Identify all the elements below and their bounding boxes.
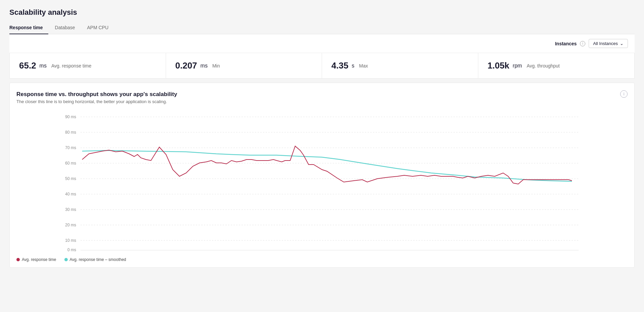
metric-min: 0.207 ms Min — [166, 53, 322, 78]
instances-dropdown-value: All Instances — [593, 41, 618, 46]
metric-label-avg-response: Avg. response time — [51, 63, 92, 69]
chart-legend: Avg. response time Avg. response time – … — [16, 257, 628, 262]
legend-item-smoothed: Avg. response time – smoothed — [64, 257, 126, 262]
metric-value-min: 0.207 — [175, 60, 197, 71]
chart-area: 90 ms 80 ms 70 ms 60 ms 50 ms 40 ms 30 m… — [16, 111, 628, 253]
svg-text:90 ms: 90 ms — [65, 115, 76, 119]
chart-subtitle: The closer this line is to being horizon… — [16, 99, 628, 104]
svg-text:80 ms: 80 ms — [65, 130, 76, 135]
svg-text:10 ms: 10 ms — [65, 238, 76, 243]
page-title: Scalability analysis — [9, 8, 635, 17]
metric-value-max: 4.35 — [331, 60, 348, 71]
chart-info-icon[interactable]: i — [620, 90, 628, 98]
response-time-line — [82, 146, 572, 184]
metric-avg-throughput: 1.05k rpm Avg. throughput — [478, 53, 635, 78]
svg-text:60 ms: 60 ms — [65, 161, 76, 166]
svg-text:70 ms: 70 ms — [65, 145, 76, 150]
chart-svg: 90 ms 80 ms 70 ms 60 ms 50 ms 40 ms 30 m… — [16, 111, 628, 252]
tab-response-time[interactable]: Response time — [9, 22, 48, 34]
legend-label-smoothed: Avg. response time – smoothed — [70, 257, 126, 262]
metric-label-avg-throughput: Avg. throughput — [527, 63, 560, 69]
metric-value-avg-throughput: 1.05k — [488, 60, 509, 71]
legend-item-avg-response: Avg. response time — [16, 257, 56, 262]
tab-database[interactable]: Database — [55, 22, 80, 34]
chart-card: i Response time vs. throughput shows you… — [9, 83, 635, 268]
metric-unit-avg-throughput: rpm — [513, 63, 522, 69]
metric-label-max: Max — [359, 63, 368, 69]
metric-label-min: Min — [212, 63, 220, 69]
legend-label-avg-response: Avg. response time — [22, 257, 56, 262]
instances-dropdown[interactable]: All Instances ⌄ — [589, 39, 628, 48]
svg-text:30 ms: 30 ms — [65, 207, 76, 212]
tab-apm-cpu[interactable]: APM CPU — [87, 22, 114, 34]
legend-dot-smoothed — [64, 258, 68, 261]
metrics-row: 65.2 ms Avg. response time 0.207 ms Min … — [9, 53, 635, 79]
metric-unit-avg-response: ms — [40, 63, 47, 69]
svg-text:50 ms: 50 ms — [65, 176, 76, 181]
chevron-down-icon: ⌄ — [620, 41, 624, 46]
metric-unit-max: s — [352, 63, 355, 69]
tab-bar: Response time Database APM CPU — [9, 22, 635, 34]
smoothed-line — [82, 150, 572, 181]
instances-label: Instances — [555, 41, 577, 46]
svg-text:20 ms: 20 ms — [65, 223, 76, 227]
metric-avg-response: 65.2 ms Avg. response time — [10, 53, 166, 78]
chart-title: Response time vs. throughput shows your … — [16, 91, 628, 98]
instances-bar: Instances i All Instances ⌄ — [9, 34, 635, 53]
metric-unit-min: ms — [201, 63, 208, 69]
svg-text:40 ms: 40 ms — [65, 192, 76, 196]
svg-text:0 ms: 0 ms — [67, 248, 76, 252]
legend-dot-avg-response — [16, 258, 20, 261]
metric-value-avg-response: 65.2 — [19, 60, 36, 71]
instances-info-icon[interactable]: i — [580, 41, 585, 46]
metric-max: 4.35 s Max — [322, 53, 478, 78]
